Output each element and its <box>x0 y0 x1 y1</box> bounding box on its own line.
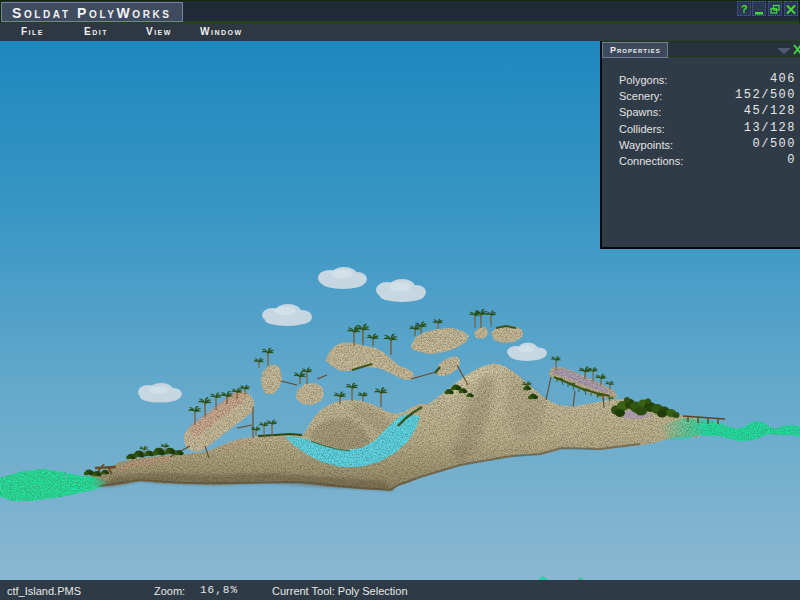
svg-text:?: ? <box>741 3 748 15</box>
